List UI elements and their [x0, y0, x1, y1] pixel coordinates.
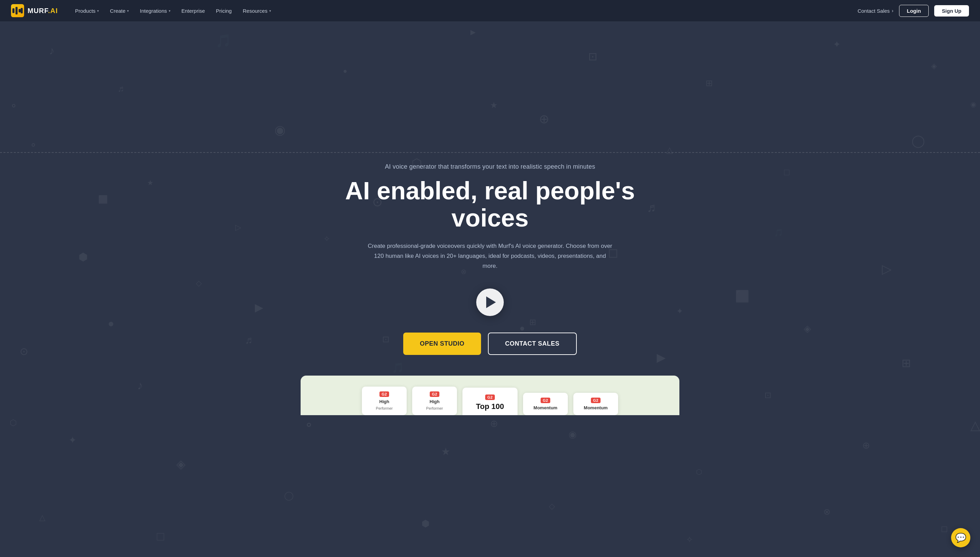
logo-icon — [11, 4, 24, 17]
logo-suffix: .AI — [48, 7, 58, 15]
g2-icon-2: G2 — [430, 391, 439, 397]
play-button[interactable] — [476, 288, 504, 316]
logo[interactable]: MURF.AI — [11, 4, 58, 17]
badge-card-4: G2 Momentum — [523, 393, 568, 415]
nav-links: Products ▾ Create ▾ Integrations ▾ Enter… — [70, 5, 276, 16]
g2-icon-1: G2 — [380, 391, 389, 397]
svg-rect-3 — [21, 8, 23, 13]
nav-products[interactable]: Products ▾ — [70, 5, 104, 16]
nav-pricing[interactable]: Pricing — [211, 5, 236, 16]
create-chevron-icon: ▾ — [127, 9, 129, 13]
chat-icon: 💬 — [955, 533, 966, 543]
open-studio-button[interactable]: OPEN STUDIO — [403, 332, 481, 355]
badge-label-5: Momentum — [584, 405, 607, 410]
dotted-divider — [0, 152, 980, 153]
hero-content: AI voice generator that transforms your … — [335, 163, 645, 376]
svg-rect-2 — [19, 9, 21, 12]
logo-text: MURF.AI — [28, 7, 58, 15]
nav-resources[interactable]: Resources ▾ — [238, 5, 276, 16]
contact-sales-button[interactable]: CONTACT SALES — [488, 332, 577, 355]
badge-label-1: High — [380, 399, 390, 404]
g2-icon-5: G2 — [591, 397, 600, 403]
nav-create[interactable]: Create ▾ — [105, 5, 134, 16]
badge-sublabel-2: Performer — [426, 406, 443, 410]
svg-rect-0 — [12, 8, 15, 13]
badge-card-5: G2 Momentum — [573, 393, 618, 415]
badge-label-2: High — [430, 399, 440, 404]
hero-description: Create professional-grade voiceovers qui… — [366, 241, 614, 271]
badge-label-featured: Top 100 — [476, 402, 504, 411]
resources-chevron-icon: ▾ — [269, 9, 271, 13]
play-button-wrapper — [343, 288, 637, 316]
login-button[interactable]: Login — [899, 5, 929, 17]
badge-label-4: Momentum — [533, 405, 557, 410]
badge-card-featured: G2 Top 100 — [463, 388, 517, 415]
cta-buttons: OPEN STUDIO CONTACT SALES — [343, 332, 637, 355]
chat-bubble-button[interactable]: 💬 — [951, 528, 970, 547]
g2-icon-4: G2 — [541, 397, 550, 403]
products-chevron-icon: ▾ — [97, 9, 99, 13]
play-triangle-icon — [486, 296, 496, 308]
contact-sales-arrow-icon: › — [892, 8, 894, 13]
navbar: MURF.AI Products ▾ Create ▾ Integrations… — [0, 0, 980, 21]
nav-enterprise[interactable]: Enterprise — [177, 5, 210, 16]
badge-card-2: G2 High Performer — [412, 387, 457, 415]
signup-button[interactable]: Sign Up — [934, 5, 969, 16]
navbar-right: Contact Sales › Login Sign Up — [858, 5, 969, 17]
hero-title: AI enabled, real people's voices — [343, 177, 637, 232]
badge-card-1: G2 High Performer — [362, 387, 407, 415]
g2-icon-featured: G2 — [485, 394, 495, 400]
hero-section: ♪♬🎵●▶⊡⊞✦◈⚬★◉⬡⊕△□◯⬢◇✧⊗◻⬜▷⊙♪♬🎵●▶⊡⊞✦◈⚬★◉⬡⊕△… — [0, 0, 980, 557]
badges-section: G2 High Performer G2 High Performer G2 T… — [301, 376, 679, 415]
svg-rect-1 — [15, 7, 18, 15]
navbar-left: MURF.AI Products ▾ Create ▾ Integrations… — [11, 4, 276, 17]
integrations-chevron-icon: ▾ — [169, 9, 170, 13]
badge-sublabel-1: Performer — [376, 406, 393, 410]
nav-integrations[interactable]: Integrations ▾ — [135, 5, 175, 16]
hero-subtitle: AI voice generator that transforms your … — [343, 163, 637, 170]
contact-sales-link[interactable]: Contact Sales › — [858, 8, 893, 14]
